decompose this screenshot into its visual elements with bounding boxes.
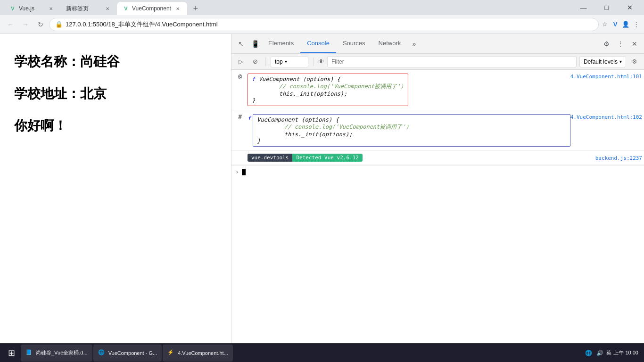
entry2-f-symbol: f [248, 115, 251, 122]
main-area: 学校名称：尚硅谷 学校地址：北京 你好啊！ ↖ 📱 Elements Conso… [0, 34, 644, 343]
tab-vuejs-label: Vue.js [19, 5, 44, 12]
tray-time-line1: 上午 10:00 [613, 349, 638, 356]
tab-console[interactable]: Console [300, 34, 336, 53]
entry-link-2[interactable]: 4.VueComponent.html:102 [570, 114, 642, 120]
taskbar-label-2: VueComponent - G... [108, 350, 157, 356]
console-output: @ f VueComponent (options) { // console.… [231, 70, 644, 343]
code-line-2-3: this._init(options); [257, 131, 566, 138]
greeting: 你好啊！ [14, 117, 217, 135]
tab-elements[interactable]: Elements [262, 34, 300, 53]
taskbar-icon-3: ⚡ [167, 349, 175, 357]
devtools-settings-icon[interactable]: ⚙ [600, 37, 613, 50]
code-line-1-4: } [252, 97, 404, 104]
code-block-blue-2: VueComponent (options) { // console.log(… [253, 114, 570, 147]
taskbar-item-2[interactable]: 🌐 VueComponent - G... [93, 345, 162, 362]
vue-devtools-content: vue-devtoolsDetected Vue v2.6.12 backend… [246, 153, 644, 163]
devtools-more-icon[interactable]: ⋮ [614, 37, 627, 50]
taskbar-item-3[interactable]: ⚡ 4.VueComponent.ht... [163, 345, 233, 362]
tray-clock: 上午 10:00 [613, 349, 638, 356]
back-button[interactable]: ← [4, 18, 17, 31]
taskbar-label-1: 尚硅谷_Vue全家桶.d... [36, 349, 88, 356]
levels-dropdown-icon: ▾ [619, 59, 622, 64]
taskbar-label-3: 4.VueComponent.ht... [178, 350, 228, 356]
maximize-button[interactable]: □ [596, 0, 617, 15]
tray-volume-icon[interactable]: 🔊 [595, 348, 604, 358]
tab-vuejs-close[interactable]: ✕ [47, 5, 55, 12]
code-line-2-2: // console.log('VueComponent被调用了') [257, 123, 566, 131]
console-entry-2: # f VueComponent (options) { // console.… [231, 110, 644, 151]
vuecomponent-tab-icon: V [123, 5, 129, 12]
tray-language[interactable]: 英 [606, 349, 611, 356]
toolbar-divider2 [313, 58, 314, 66]
refresh-button[interactable]: ↻ [34, 18, 47, 31]
tab-vuejs[interactable]: V Vue.js ✕ [4, 2, 60, 15]
bookmark-icon[interactable]: ☆ [601, 20, 609, 29]
tabs-container: V Vue.js ✕ 新标签页 ✕ V VueComponent ✕ + [4, 0, 573, 15]
more-options-icon[interactable]: ⋮ [632, 20, 640, 29]
levels-dropdown[interactable]: Default levels ▾ [579, 56, 626, 67]
tab-network[interactable]: Network [372, 34, 408, 53]
context-selector[interactable]: top ▾ [271, 56, 308, 67]
entry-prefix-1: @ [231, 72, 246, 80]
new-tab-button[interactable]: + [189, 2, 202, 15]
device-toggle-icon[interactable]: 📱 [248, 37, 262, 50]
inspect-element-icon[interactable]: ↖ [234, 37, 248, 50]
browser-window: V Vue.js ✕ 新标签页 ✕ V VueComponent ✕ + — [0, 0, 644, 362]
vue-devtools-prefix [231, 153, 246, 154]
tab-newtab-close[interactable]: ✕ [104, 5, 111, 12]
filter-input[interactable] [327, 56, 577, 67]
extensions-icon[interactable]: V [611, 20, 619, 29]
start-button[interactable]: ⊞ [2, 345, 21, 362]
profile-icon[interactable]: 👤 [621, 20, 630, 29]
address-action-icons: ☆ V 👤 ⋮ [601, 20, 640, 29]
tray-network-icon[interactable]: 🌐 [584, 348, 593, 358]
entry-prefix-2: # [231, 112, 246, 120]
console-ban-icon[interactable]: ⊘ [249, 56, 261, 67]
devtools-close-icon[interactable]: ✕ [628, 37, 641, 50]
code-block-red-1: f VueComponent (options) { // console.lo… [248, 74, 408, 106]
school-address: 学校地址：北京 [14, 85, 217, 103]
taskbar-items: 📘 尚硅谷_Vue全家桶.d... 🌐 VueComponent - G... … [21, 345, 580, 362]
more-tabs-icon[interactable]: » [407, 37, 421, 50]
window-controls: — □ ✕ [573, 0, 640, 15]
console-settings-icon[interactable]: ⚙ [629, 56, 640, 67]
close-button[interactable]: ✕ [619, 0, 640, 15]
vue-devtools-badge2: Detected Vue v2.6.12 [292, 154, 362, 162]
title-bar: V Vue.js ✕ 新标签页 ✕ V VueComponent ✕ + — [0, 0, 644, 15]
entry-link-1[interactable]: 4.VueComponent.html:101 [570, 74, 642, 80]
tab-vuecomponent-close[interactable]: ✕ [174, 5, 182, 12]
devtools-toolbar: ↖ 📱 Elements Console Sources Network [231, 34, 644, 54]
code-line-2-4: } [257, 138, 566, 144]
lock-icon: 🔒 [55, 21, 63, 28]
toolbar-divider [265, 58, 266, 66]
devtools-controls: ⚙ ⋮ ✕ [600, 37, 641, 50]
tab-sources[interactable]: Sources [336, 34, 372, 53]
taskbar-icon-2: 🌐 [98, 349, 106, 357]
console-entry-vue-devtools: vue-devtoolsDetected Vue v2.6.12 backend… [231, 151, 644, 165]
code-line-1-2: // console.log('VueComponent被调用了') [252, 82, 404, 90]
tab-vuecomponent[interactable]: V VueComponent ✕ [117, 2, 187, 15]
minimize-button[interactable]: — [573, 0, 594, 15]
vue-devtools-link[interactable]: backend.js:2237 [595, 155, 642, 161]
address-input[interactable]: 🔒 127.0.0.1:5500/18_非单文件组件/4.VueComponen… [49, 18, 599, 31]
page-content: 学校名称：尚硅谷 学校地址：北京 你好啊！ [0, 34, 231, 343]
entry-content-1: f VueComponent (options) { // console.lo… [246, 72, 644, 108]
tab-newtab[interactable]: 新标签页 ✕ [60, 2, 117, 15]
console-prompt-icon: › [235, 168, 239, 175]
school-name: 学校名称：尚硅谷 [14, 53, 217, 71]
devtools-tabs: Elements Console Sources Network » [262, 34, 600, 53]
forward-button[interactable]: → [19, 18, 32, 31]
console-entry-1: @ f VueComponent (options) { // console.… [231, 70, 644, 110]
system-tray: 🌐 🔊 英 上午 10:00 [580, 348, 642, 358]
code-line-1-1: f VueComponent (options) { [252, 76, 404, 82]
entry-content-2: f VueComponent (options) { // console.lo… [246, 112, 644, 148]
console-clear-icon[interactable]: ▷ [235, 56, 247, 67]
console-cursor[interactable] [242, 169, 246, 175]
taskbar-item-1[interactable]: 📘 尚硅谷_Vue全家桶.d... [21, 345, 92, 362]
address-text: 127.0.0.1:5500/18_非单文件组件/4.VueComponent.… [66, 20, 593, 29]
address-bar: ← → ↻ 🔒 127.0.0.1:5500/18_非单文件组件/4.VueCo… [0, 15, 644, 34]
devtools-action-icons: ↖ 📱 [234, 37, 262, 50]
eye-icon[interactable]: 👁 [318, 58, 324, 65]
tab-newtab-label: 新标签页 [66, 5, 101, 13]
vuejs-tab-icon: V [9, 5, 16, 12]
